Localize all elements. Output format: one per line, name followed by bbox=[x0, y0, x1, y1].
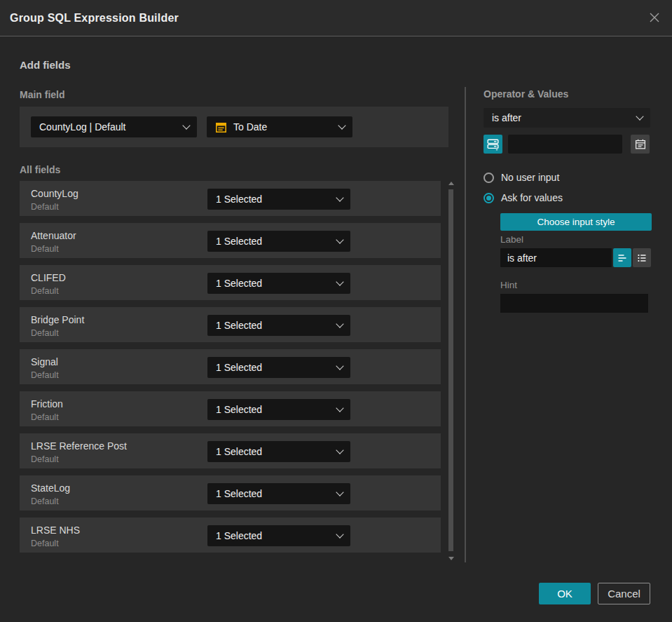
date-value-input[interactable] bbox=[508, 135, 622, 154]
field-row-selected-dropdown[interactable]: 1 Selected bbox=[207, 525, 350, 546]
radio-ask-for-values[interactable]: Ask for values bbox=[484, 192, 563, 203]
label-input-row bbox=[500, 248, 652, 267]
radio-no-user-input-label: No user input bbox=[501, 172, 559, 183]
dialog-title: Group SQL Expression Builder bbox=[10, 0, 179, 36]
date-field-select-value: To Date bbox=[233, 121, 267, 133]
field-row-name: LRSE Reference Post bbox=[31, 440, 127, 452]
main-field-select[interactable]: CountyLog | Default bbox=[31, 116, 197, 137]
field-row-selected-dropdown[interactable]: 1 Selected bbox=[207, 189, 350, 210]
field-row-selected-value: 1 Selected bbox=[216, 488, 262, 499]
field-row: LRSE Reference Post Default 1 Selected bbox=[20, 433, 441, 468]
label-field-label: Label bbox=[500, 234, 523, 245]
label-input[interactable] bbox=[500, 248, 612, 267]
main-field-label: Main field bbox=[20, 89, 65, 100]
chevron-down-icon bbox=[636, 112, 643, 120]
field-row-name: LRSE NHS bbox=[31, 525, 80, 536]
cancel-button[interactable]: Cancel bbox=[598, 583, 650, 604]
field-row-selected-value: 1 Selected bbox=[216, 194, 262, 205]
field-row-subtitle: Default bbox=[31, 202, 59, 212]
align-left-icon bbox=[617, 252, 628, 264]
chevron-down-icon bbox=[336, 530, 343, 538]
field-row-subtitle: Default bbox=[31, 454, 59, 464]
field-row: CLIFED Default 1 Selected bbox=[20, 265, 441, 300]
date-field-icon bbox=[215, 121, 227, 133]
chevron-down-icon bbox=[336, 446, 343, 454]
field-row-selected-dropdown[interactable]: 1 Selected bbox=[207, 315, 350, 336]
field-row: Signal Default 1 Selected bbox=[20, 349, 441, 384]
field-row: Bridge Point Default 1 Selected bbox=[20, 307, 441, 342]
field-row-selected-value: 1 Selected bbox=[216, 404, 262, 415]
value-input-row bbox=[484, 135, 650, 154]
vertical-divider bbox=[465, 87, 466, 562]
dialog-header: Group SQL Expression Builder bbox=[0, 0, 672, 36]
all-fields-label: All fields bbox=[20, 164, 60, 175]
field-row-selected-dropdown[interactable]: 1 Selected bbox=[207, 483, 350, 504]
field-row-selected-value: 1 Selected bbox=[216, 530, 262, 541]
all-fields-list: CountyLog Default 1 Selected Attenuator … bbox=[20, 181, 441, 560]
radio-selected-icon bbox=[484, 193, 494, 203]
date-field-select[interactable]: To Date bbox=[207, 116, 352, 137]
operator-select[interactable]: is after bbox=[484, 108, 650, 128]
field-row-subtitle: Default bbox=[31, 370, 59, 380]
field-row-selected-value: 1 Selected bbox=[216, 236, 262, 247]
field-row-name: StateLog bbox=[31, 482, 70, 494]
hint-input[interactable] bbox=[500, 294, 648, 313]
field-row-name: Friction bbox=[31, 398, 63, 410]
chevron-down-icon bbox=[336, 320, 343, 327]
field-row-name: Signal bbox=[31, 356, 58, 367]
field-row-selected-dropdown[interactable]: 1 Selected bbox=[207, 357, 350, 378]
scrollbar-thumb[interactable] bbox=[448, 189, 453, 551]
choose-input-style-button[interactable]: Choose input style bbox=[500, 213, 652, 231]
field-row-selected-dropdown[interactable]: 1 Selected bbox=[207, 399, 350, 420]
radio-ask-for-values-label: Ask for values bbox=[501, 192, 563, 203]
list-scrollbar[interactable] bbox=[447, 180, 456, 562]
field-row-subtitle: Default bbox=[31, 328, 59, 338]
field-row-name: CountyLog bbox=[31, 188, 78, 199]
chevron-down-icon bbox=[338, 121, 345, 129]
close-button[interactable] bbox=[645, 9, 664, 27]
field-row-name: CLIFED bbox=[31, 272, 66, 283]
field-row-selected-dropdown[interactable]: 1 Selected bbox=[207, 231, 350, 252]
scroll-up-icon[interactable] bbox=[448, 182, 454, 185]
field-row-selected-value: 1 Selected bbox=[216, 446, 262, 457]
radio-no-user-input[interactable]: No user input bbox=[484, 172, 559, 183]
radio-icon bbox=[484, 173, 494, 183]
operator-values-heading: Operator & Values bbox=[484, 88, 568, 100]
operator-select-value: is after bbox=[492, 112, 521, 123]
field-row-selected-value: 1 Selected bbox=[216, 362, 262, 373]
chevron-down-icon bbox=[336, 362, 343, 370]
field-row-selected-dropdown[interactable]: 1 Selected bbox=[207, 273, 350, 294]
stacked-input-rows-icon bbox=[486, 137, 500, 151]
chevron-down-icon bbox=[336, 236, 343, 243]
field-row: Friction Default 1 Selected bbox=[20, 391, 441, 426]
list-bullets-icon bbox=[636, 252, 647, 264]
chevron-down-icon bbox=[336, 488, 343, 496]
close-icon bbox=[647, 16, 661, 27]
ok-button[interactable]: OK bbox=[539, 583, 591, 604]
scroll-down-icon[interactable] bbox=[448, 557, 454, 560]
main-field-box: CountyLog | Default To Date bbox=[20, 107, 448, 147]
field-row-subtitle: Default bbox=[31, 412, 59, 422]
field-row-selected-dropdown[interactable]: 1 Selected bbox=[207, 441, 350, 462]
hint-field-label: Hint bbox=[500, 280, 517, 290]
main-field-select-value: CountyLog | Default bbox=[39, 121, 126, 133]
field-row-selected-value: 1 Selected bbox=[216, 320, 262, 331]
field-row-name: Bridge Point bbox=[31, 314, 84, 325]
chevron-down-icon bbox=[336, 194, 343, 201]
chevron-down-icon bbox=[336, 278, 343, 285]
add-fields-heading: Add fields bbox=[20, 59, 71, 71]
field-row: CountyLog Default 1 Selected bbox=[20, 181, 441, 216]
value-type-button[interactable] bbox=[484, 135, 502, 154]
field-row: LRSE NHS Default 1 Selected bbox=[20, 518, 441, 553]
field-row: StateLog Default 1 Selected bbox=[20, 475, 441, 511]
group-sql-expression-builder-dialog: Group SQL Expression Builder Add fields … bbox=[0, 0, 672, 622]
date-picker-button[interactable] bbox=[631, 135, 650, 154]
field-row-subtitle: Default bbox=[31, 539, 59, 548]
field-row-subtitle: Default bbox=[31, 244, 59, 254]
calendar-icon bbox=[634, 138, 647, 151]
input-style-single-line-button[interactable] bbox=[613, 248, 631, 267]
field-row-name: Attenuator bbox=[31, 230, 76, 241]
input-style-list-button[interactable] bbox=[633, 248, 651, 267]
field-row-subtitle: Default bbox=[31, 286, 59, 296]
field-row-subtitle: Default bbox=[31, 496, 59, 506]
